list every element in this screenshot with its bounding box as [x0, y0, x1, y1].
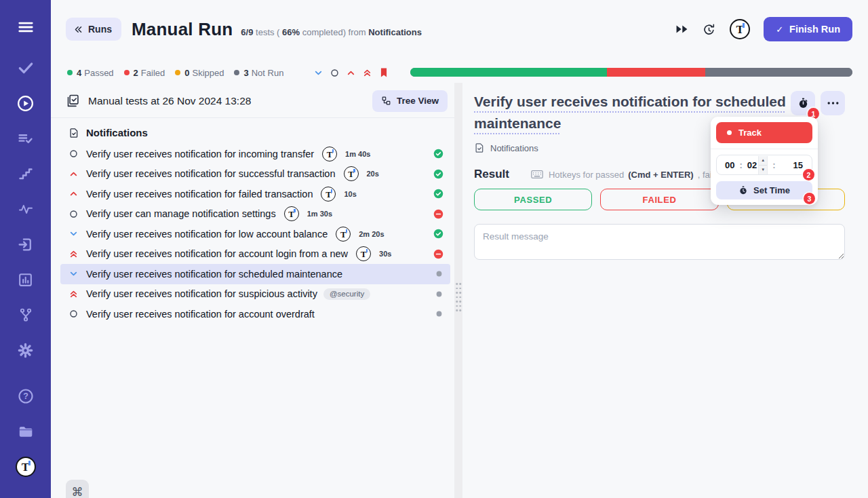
doc-check-icon	[474, 142, 485, 153]
steps-icon[interactable]	[14, 161, 38, 186]
tree-view-button[interactable]: Tree View	[372, 90, 448, 112]
play-circle-icon[interactable]	[14, 91, 38, 115]
step-down-icon[interactable]: ▼	[759, 166, 767, 174]
list-check-icon[interactable]	[14, 126, 38, 151]
test-duration: 10s	[344, 190, 356, 198]
status-notrun-icon	[435, 290, 443, 299]
run-progress-bar	[410, 68, 852, 77]
ellipsis-icon	[827, 102, 839, 104]
test-row-title: Verify user receives notification for sc…	[86, 269, 342, 280]
filter-chevron-down-icon[interactable]	[314, 69, 323, 77]
tlogo-icon[interactable]: T	[730, 19, 750, 39]
test-row[interactable]: Verify user can manage notification sett…	[60, 204, 450, 225]
main-area: Runs Manual Run 6/9 tests ( 66% complete…	[51, 0, 868, 498]
suite-group-label: Notifications	[86, 127, 148, 138]
status-passed-icon	[433, 169, 443, 179]
test-tag[interactable]: @security	[323, 288, 370, 300]
tlogo-icon: T	[321, 187, 336, 202]
doc-check-icon	[68, 128, 79, 138]
menu-icon[interactable]	[14, 15, 38, 39]
progress-segment	[607, 68, 705, 77]
minutes-value[interactable]: 02	[747, 160, 757, 170]
count-failed: 2Failed	[124, 68, 165, 78]
hours-value[interactable]: 00	[725, 160, 734, 170]
status-passed-icon	[433, 149, 443, 159]
command-palette-button[interactable]: ⌘	[66, 480, 89, 498]
seconds-value[interactable]: 15	[793, 160, 803, 170]
test-duration: 30s	[379, 250, 391, 258]
step-badge-3: 3	[804, 193, 815, 204]
retry-timer-icon[interactable]	[702, 22, 716, 37]
tlogo-icon: T	[322, 147, 337, 161]
run-progress-segment: 66%	[282, 27, 300, 37]
check-icon[interactable]	[14, 56, 38, 80]
count-skipped: 0Skipped	[175, 68, 224, 78]
test-list-panel: Manual tests at 26 Nov 2024 13:28 Tree V…	[51, 83, 454, 498]
hotkey-segment: (Cmd + ENTER)	[628, 170, 693, 180]
hotkey-segment: Hotkeys for passed	[549, 170, 624, 180]
tlogo-icon: T	[730, 19, 750, 39]
help-icon[interactable]: ?	[14, 384, 38, 408]
folder-icon[interactable]	[14, 419, 38, 444]
circle-marker-icon	[68, 149, 79, 158]
filter-bookmark-icon[interactable]	[379, 67, 389, 78]
tree-icon	[381, 96, 391, 106]
chevrons-up-icon	[68, 250, 79, 258]
record-dot-icon	[727, 130, 732, 135]
failed-button[interactable]: FAILED	[600, 189, 718, 210]
test-row[interactable]: Verify user receives notification for lo…	[60, 224, 450, 244]
status-passed-icon	[433, 229, 443, 239]
chevrons-left-icon	[73, 24, 83, 35]
run-progress-segment: 6/9	[241, 27, 253, 37]
filter-chevron-up-icon[interactable]	[347, 69, 355, 77]
stopwatch-icon	[797, 97, 809, 109]
test-row-title: Verify user receives notification for lo…	[86, 229, 328, 240]
test-row-title: Verify user receives notification for in…	[86, 149, 314, 159]
tlogo-icon: T	[344, 166, 359, 181]
tlogo-icon: T	[284, 206, 299, 221]
test-row[interactable]: Verify user receives notification for in…	[60, 144, 450, 164]
test-row[interactable]: Verify user receives notification for fa…	[60, 184, 450, 204]
set-time-button[interactable]: Set Time 3	[716, 181, 812, 199]
back-to-runs-button[interactable]: Runs	[66, 18, 121, 41]
test-row[interactable]: Verify user receives notification for ac…	[60, 304, 450, 324]
filter-chevrons-up-icon[interactable]	[363, 69, 372, 77]
track-button[interactable]: Track	[716, 122, 812, 143]
status-counts: 4Passed2Failed0Skipped3Not Run	[67, 68, 294, 78]
test-row-title: Verify user receives notification for fa…	[86, 189, 313, 199]
status-notrun-icon	[435, 269, 443, 278]
run-progress-segment: tests (	[253, 27, 282, 37]
test-row[interactable]: Verify user receives notification for su…	[60, 164, 450, 185]
panel-resize-divider[interactable]	[454, 83, 462, 498]
test-row[interactable]: Verify user receives notification for ac…	[60, 244, 450, 265]
timer-button[interactable]: 1	[791, 91, 815, 115]
gear-icon[interactable]	[14, 338, 38, 362]
chevron-down-icon	[68, 229, 79, 238]
import-icon[interactable]	[14, 232, 38, 256]
test-row-title: Verify user can manage notification sett…	[86, 208, 276, 219]
minutes-stepper[interactable]: ▲▼	[758, 156, 768, 174]
filter-circle-marker-icon[interactable]	[330, 69, 339, 77]
suite-group-header[interactable]: Notifications	[68, 127, 454, 138]
step-up-icon[interactable]: ▲	[759, 156, 767, 166]
time-input[interactable]: 00 : 02 ▲▼ : 15 2	[716, 155, 812, 175]
colon: :	[772, 160, 775, 170]
test-row-title: Verify user receives notification for su…	[86, 288, 317, 299]
more-actions-button[interactable]	[821, 91, 845, 115]
test-row[interactable]: Verify user receives notification for sc…	[60, 264, 450, 284]
chart-icon[interactable]	[14, 267, 38, 292]
progress-segment	[705, 68, 852, 77]
run-progress-summary: 6/9 tests ( 66% completed) from Notifica…	[241, 27, 422, 37]
passed-button[interactable]: PASSED	[474, 189, 592, 210]
branch-icon[interactable]	[14, 303, 38, 327]
clipboard-check-icon	[66, 94, 80, 108]
fast-forward-icon[interactable]	[675, 24, 688, 34]
pulse-icon[interactable]	[14, 197, 38, 221]
test-row[interactable]: Verify user receives notification for su…	[60, 284, 450, 305]
finish-run-button[interactable]: ✓Finish Run	[764, 17, 852, 41]
run-header: Manual tests at 26 Nov 2024 13:28 Tree V…	[51, 84, 454, 118]
result-message-input[interactable]	[474, 224, 845, 260]
status-dot-icon	[67, 70, 73, 75]
tlogo-icon[interactable]: T	[14, 455, 38, 479]
result-label: Result	[474, 168, 509, 181]
